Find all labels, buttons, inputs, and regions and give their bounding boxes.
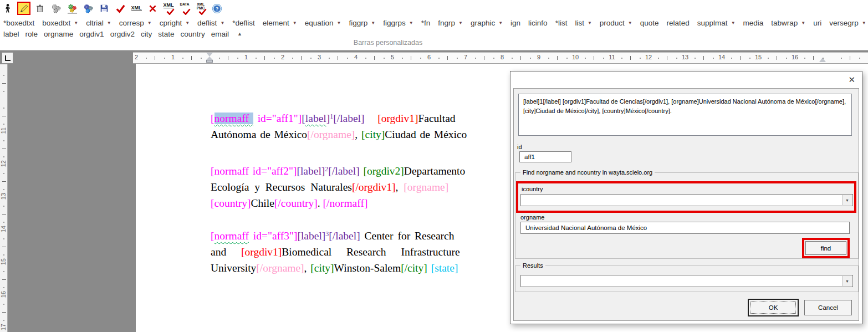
field-item-country[interactable]: country	[180, 30, 205, 38]
tag-item-element[interactable]: element▼	[263, 19, 297, 27]
ruler-tick	[3, 320, 4, 321]
id-field[interactable]: aff1	[519, 151, 571, 162]
gears-gray-icon[interactable]	[49, 2, 63, 15]
tag-item-product[interactable]: product▼	[600, 19, 632, 27]
tag-item-label: element	[263, 19, 289, 27]
field-item-role[interactable]: role	[25, 30, 38, 38]
dropdown-arrow-icon[interactable]: ▼	[107, 21, 111, 25]
dropdown-arrow-icon[interactable]: ▼	[220, 21, 224, 25]
help-icon[interactable]: ?	[210, 2, 223, 15]
find-button[interactable]: find	[805, 241, 846, 255]
dropdown-arrow-icon[interactable]: ▼	[731, 21, 736, 25]
tag-item-figgrp[interactable]: figgrp▼	[349, 19, 376, 27]
ruler-tick	[2, 214, 6, 214]
field-item-orgdiv1[interactable]: orgdiv1	[79, 30, 104, 38]
first-line-indent-marker[interactable]	[206, 53, 213, 57]
dropdown-arrow-icon[interactable]: ▼	[337, 21, 341, 25]
tag-item-quote[interactable]: quote	[640, 19, 659, 27]
tag-item-fngrp[interactable]: fngrp▼	[438, 19, 463, 27]
tag-item-equation[interactable]: equation▼	[305, 19, 341, 27]
data-check-icon[interactable]: DATA	[178, 2, 191, 15]
field-item-email[interactable]: email	[211, 30, 229, 38]
tag-item-fn[interactable]: *fn	[421, 19, 431, 27]
tag-item-corresp[interactable]: corresp▼	[119, 19, 152, 27]
ruler-tick	[557, 56, 558, 60]
tag-item-list[interactable]: *list	[555, 19, 568, 27]
save-icon[interactable]	[98, 2, 111, 15]
tag-item-uri[interactable]: uri	[813, 19, 821, 27]
person-icon[interactable]	[1, 2, 14, 15]
dropdown-arrow-icon[interactable]: ▼	[862, 21, 866, 25]
vertical-ruler[interactable]: 11121314151617	[0, 64, 8, 332]
results-dropdown-icon[interactable]: ▼	[842, 276, 852, 286]
ok-button[interactable]: OK	[748, 299, 799, 316]
ruler-tick	[3, 189, 4, 190]
ruler-number: 1	[244, 54, 248, 60]
tag-item-boxedtxt[interactable]: boxedtxt▼	[42, 19, 78, 27]
xml-pmc-check-icon[interactable]: XMLPMC	[194, 2, 207, 15]
validate-check-icon[interactable]	[114, 2, 127, 15]
icountry-combobox[interactable]: ▼	[520, 194, 853, 206]
doc-run: [/label]	[329, 230, 360, 242]
edit-pencil-icon[interactable]	[17, 2, 30, 15]
field-item-label[interactable]: label	[3, 30, 19, 38]
tag-item-graphic[interactable]: graphic▼	[471, 19, 503, 27]
dropdown-arrow-icon[interactable]: ▼	[458, 21, 463, 25]
field-item-city[interactable]: city	[141, 30, 152, 38]
tag-item-list[interactable]: list▼	[575, 19, 591, 27]
ruler-number: 16	[792, 54, 798, 60]
icountry-label: icountry	[522, 186, 543, 192]
dropdown-arrow-icon[interactable]: ▼	[498, 21, 503, 25]
collapse-toolbar-icon[interactable]: ▲	[237, 31, 242, 37]
dropdown-arrow-icon[interactable]: ▼	[293, 21, 297, 25]
dropdown-arrow-icon[interactable]: ▼	[74, 21, 78, 25]
results-combobox[interactable]: ▼	[520, 275, 853, 287]
tag-item-cltrial[interactable]: cltrial▼	[86, 19, 111, 27]
close-icon[interactable]: ✕	[848, 75, 855, 85]
horizontal-ruler[interactable]: 2112345678910111213141516	[133, 52, 868, 64]
dropdown-arrow-icon[interactable]: ▼	[185, 21, 190, 25]
tag-item-cpright[interactable]: cpright▼	[160, 19, 190, 27]
dropdown-arrow-icon[interactable]: ▼	[147, 21, 152, 25]
field-item-orgname[interactable]: orgname	[44, 30, 73, 38]
cancel-button[interactable]: Cancel	[804, 300, 852, 315]
affiliation-summary-box[interactable]: [label]1[/label] [orgdiv1]Facultad de Ci…	[518, 94, 852, 136]
orgname-field[interactable]: Universidad Nacional Autónoma de México	[520, 222, 850, 234]
tag-item-deflist[interactable]: *deflist	[232, 19, 255, 27]
gears-blue-icon[interactable]	[81, 2, 95, 15]
tag-item-tabwrap[interactable]: tabwrap▼	[771, 19, 805, 27]
tag-item-licinfo[interactable]: licinfo	[528, 19, 548, 27]
data-check-text: DATA	[180, 3, 189, 7]
dropdown-arrow-icon[interactable]: ▼	[801, 21, 805, 25]
tag-item-related[interactable]: related	[667, 19, 690, 27]
tag-item-figgrps[interactable]: figgrps▼	[383, 19, 413, 27]
dropdown-arrow-icon[interactable]: ▼	[371, 21, 375, 25]
ruler-tick	[411, 56, 411, 60]
ruler-tick	[768, 58, 769, 59]
xml-icon[interactable]: XML	[130, 2, 143, 15]
gears-colored-icon[interactable]	[65, 2, 79, 15]
delete-x-icon[interactable]	[146, 2, 159, 15]
field-item-orgdiv2[interactable]: orgdiv2	[110, 30, 135, 38]
ruler-tick	[2, 312, 6, 313]
tag-item-media[interactable]: media	[743, 19, 764, 27]
tab-selector[interactable]	[2, 52, 13, 64]
dropdown-arrow-icon[interactable]: ▼	[588, 21, 592, 25]
tag-item-deflist[interactable]: deflist▼	[197, 19, 224, 27]
tag-item-supplmat[interactable]: supplmat▼	[697, 19, 736, 27]
trash-icon[interactable]	[33, 2, 47, 15]
left-indent-marker[interactable]	[206, 60, 213, 63]
ruler-tick	[374, 56, 375, 60]
dropdown-arrow-icon[interactable]: ▼	[409, 21, 413, 25]
field-item-state[interactable]: state	[158, 30, 174, 38]
tag-item-boxedtxt[interactable]: *boxedtxt	[3, 19, 34, 27]
icountry-dropdown-icon[interactable]: ▼	[842, 195, 852, 205]
tag-item-ign[interactable]: ign	[510, 19, 520, 27]
doc-run: Winston-Salem	[334, 262, 401, 274]
xml-check-icon[interactable]: XML	[162, 2, 175, 15]
tag-item-versegrp[interactable]: versegrp▼	[829, 19, 866, 27]
dialog-titlebar[interactable]: ✕	[510, 71, 862, 88]
dropdown-arrow-icon[interactable]: ▼	[628, 21, 632, 25]
ruler-tick	[823, 58, 824, 59]
ruler-tick	[475, 58, 476, 59]
